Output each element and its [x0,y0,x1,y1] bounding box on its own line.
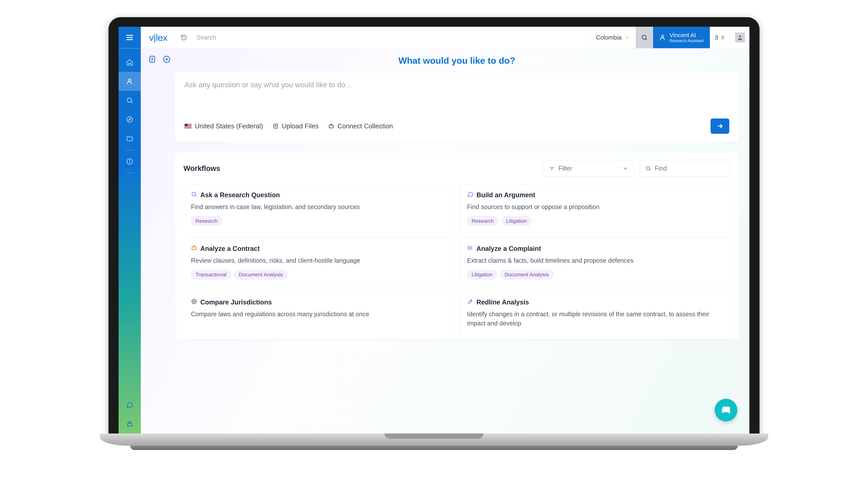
svg-line-4 [646,39,647,40]
search-icon [191,191,197,199]
notes-button[interactable] [148,55,157,64]
credits-icon [720,35,725,40]
workflow-item-tags: LitigationDocument Analysis [467,270,723,279]
info-icon [126,158,133,165]
user-icon [659,34,666,41]
vincent-subtitle: Research Assistant [670,38,704,43]
chat-icon [126,401,133,409]
jurisdiction-chip[interactable]: United States (Federal) [184,123,263,130]
list-icon [467,245,473,253]
workflow-item[interactable]: Build an Argument Find sources to suppor… [460,185,730,232]
workflow-item[interactable]: Analyze a Complaint Extract claims & fac… [460,238,730,286]
svg-point-5 [661,35,664,37]
prompt-input[interactable] [184,81,729,112]
workflows-header: Workflows Filter Find [184,160,730,176]
workflow-item-title: Build an Argument [476,191,535,199]
vincent-ai-badge[interactable]: Vincent AI Research Assistant [653,27,710,48]
prompt-card: United States (Federal) Upload Files Con… [175,72,739,142]
workflows-grid: Ask a Research Question Find answers in … [184,185,730,339]
svg-point-6 [739,35,741,37]
svg-point-39 [468,248,469,248]
credits-indicator[interactable]: 3 [710,27,730,48]
hamburger-icon [125,33,134,42]
user-avatar [735,32,745,42]
svg-rect-34 [192,247,196,250]
workflows-title: Workflows [184,164,220,173]
briefcase-icon [191,245,197,253]
workflow-item[interactable]: Analyze a Contract Review clauses, defin… [184,238,454,286]
logo-text-lex: lex [156,32,167,43]
home-icon [126,59,133,66]
main-area: What would you like to do? United States… [141,48,749,433]
arrow-right-icon [716,122,724,130]
prompt-actions-row: United States (Federal) Upload Files Con… [184,119,729,134]
search-submit-button[interactable] [636,27,653,48]
sidebar-item-search[interactable] [119,91,141,110]
chevron-down-icon [623,165,628,171]
submit-button[interactable] [711,119,729,134]
find-input-container[interactable]: Find [640,160,730,176]
sidebar-item-explore[interactable] [119,110,141,129]
compass-icon [126,116,133,123]
logo-divider: | [153,32,156,43]
upload-label: Upload Files [282,123,318,130]
svg-line-9 [131,102,132,103]
sidebar-item-chat[interactable] [119,395,141,415]
search-input[interactable] [196,34,585,41]
svg-point-3 [642,35,646,39]
sidebar-item-folders[interactable] [119,129,141,148]
workflow-item[interactable]: Redline Analysis Identify changes in a c… [460,292,730,339]
workflow-item-desc: Compare laws and regulations across many… [191,310,447,319]
chevron-down-icon [625,35,630,40]
main-heading: What would you like to do? [175,55,739,66]
chat-bubble-icon [721,405,731,415]
jurisdiction-label: United States (Federal) [195,123,263,130]
user-icon [126,78,133,85]
svg-marker-11 [129,119,131,121]
upload-files-chip[interactable]: Upload Files [273,123,318,130]
connect-collection-chip[interactable]: Connect Collection [328,123,393,130]
plus-circle-icon [162,55,171,64]
app-body: What would you like to do? United States… [119,48,749,433]
svg-point-32 [192,192,196,196]
svg-rect-15 [128,423,132,426]
top-bar: v|lex Colombia Vincent AI Research Assis… [119,27,749,48]
workflow-item-desc: Find sources to support or oppose a prop… [467,202,723,212]
sidebar [119,48,141,433]
chat-fab[interactable] [715,399,737,421]
search-container [192,27,590,48]
workflow-item-head: Analyze a Complaint [467,245,723,253]
stack-icon [126,420,133,428]
sidebar-item-info[interactable] [119,152,141,171]
search-icon [641,34,648,41]
history-icon [181,34,187,41]
search-icon [645,165,651,171]
workflow-item-tags: TransactionalDocument Analysis [191,270,447,279]
workflow-item-title: Ask a Research Question [200,191,280,199]
workflow-item[interactable]: Ask a Research Question Find answers in … [184,185,454,232]
workflow-item-title: Compare Jurisdictions [200,299,272,306]
connect-label: Connect Collection [338,123,393,130]
workflow-item-title: Analyze a Complaint [476,245,541,252]
workflow-item-desc: Review clauses, definitions, risks, and … [191,256,447,265]
sidebar-item-collections[interactable] [119,415,141,433]
sidebar-item-assistant[interactable] [119,72,141,91]
new-button[interactable] [162,55,172,64]
filter-dropdown[interactable]: Filter [544,160,634,176]
svg-line-33 [195,196,196,197]
history-button[interactable] [176,27,192,48]
workflow-item-desc: Extract claims & facts, build timelines … [467,256,723,265]
workflow-item[interactable]: Compare Jurisdictions Compare laws and r… [184,292,454,339]
sidebar-item-home[interactable] [119,53,141,72]
svg-point-38 [468,246,469,247]
workflow-item-title: Redline Analysis [476,299,529,306]
workflow-item-head: Redline Analysis [467,298,723,306]
country-selector[interactable]: Colombia [590,27,636,48]
menu-toggle-button[interactable] [119,27,141,48]
content: What would you like to do? United States… [171,48,749,433]
vincent-text: Vincent AI Research Assistant [670,32,704,43]
edit-icon [467,298,473,306]
user-avatar-container[interactable] [730,27,749,48]
svg-point-10 [127,117,132,122]
logo[interactable]: v|lex [141,27,176,48]
